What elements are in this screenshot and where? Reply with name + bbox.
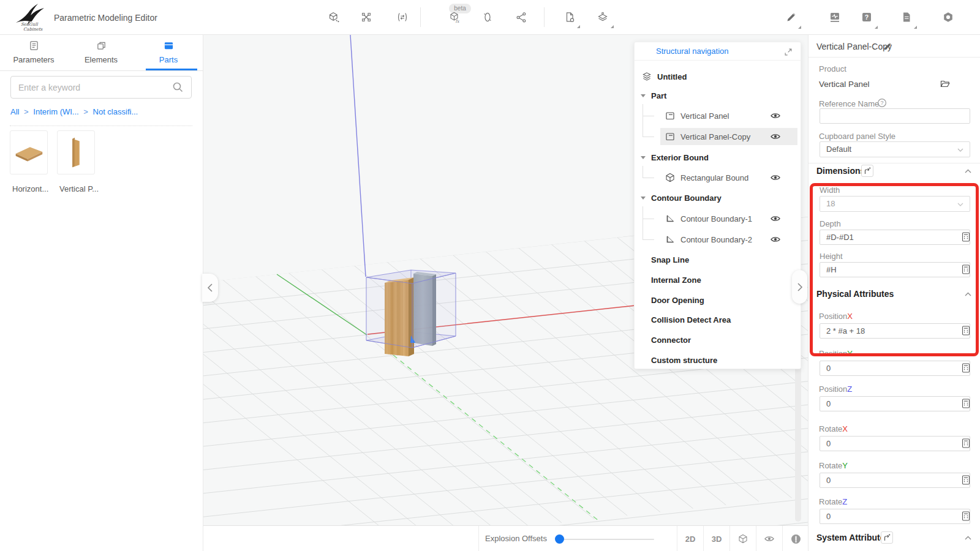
collapse-triangle-icon[interactable] [641,197,646,200]
dropdown-corner-icon[interactable] [577,25,580,28]
tree-item-contour-boundary-1[interactable]: Contour Boundary-1 [635,210,801,227]
view-3d-button[interactable]: 3D [704,526,729,551]
calculator-icon[interactable] [962,264,970,274]
viewport-bottom-bar: Explosion Offsets 2D 3D [203,525,808,551]
visibility-eye-icon[interactable] [771,173,780,182]
tree-item-vertical-panel[interactable]: Vertical Panel [635,107,801,124]
app-title: Parametric Modeling Editor [54,13,157,23]
visibility-eye-icon[interactable] [771,234,780,244]
breadcrumb-link[interactable]: All [10,107,19,116]
chevron-down-icon [957,203,963,206]
collapse-section-icon[interactable] [965,169,971,173]
position-z-input[interactable] [820,396,970,411]
dropdown-corner-icon[interactable] [611,25,614,28]
breadcrumb-link[interactable]: Not classifi... [93,107,138,116]
tree-leaf-connector[interactable]: Connector [635,331,801,348]
width-select[interactable]: 18 [820,196,970,212]
calculator-icon[interactable] [962,475,970,485]
collapse-triangle-icon[interactable] [641,94,646,97]
document-icon[interactable] [901,12,912,23]
nav-title-tab[interactable]: Structural navigation [656,47,729,56]
visibility-eye-icon[interactable] [771,132,780,141]
calculator-icon[interactable] [962,232,970,242]
formula-cube-icon[interactable]: fx [449,12,460,23]
calculator-icon[interactable] [962,511,970,521]
collapse-section-icon[interactable] [965,292,971,296]
sync-icon[interactable] [482,12,493,23]
edit-pencil-icon[interactable] [786,12,797,23]
isometric-view-button[interactable] [730,526,756,551]
explosion-slider-knob[interactable] [555,534,564,544]
tree-item-rectangular-bound[interactable]: Rectangular Bound [635,169,801,186]
part-thumbnail-horizontal[interactable] [10,130,48,174]
tree-root-untitled[interactable]: Untitled [635,68,801,85]
tab-elements[interactable]: Elements [74,40,129,64]
rotate-y-input[interactable] [820,473,970,488]
rotate-x-input[interactable] [820,436,970,451]
collapse-right-panel-handle[interactable] [792,270,807,304]
help-circle-icon[interactable] [877,98,887,108]
activity-monitor-icon[interactable] [829,12,840,23]
svg-text:fx: fx [456,19,460,23]
explosion-slider-track[interactable] [559,539,654,540]
product-label: Product [819,64,846,73]
left-sidebar: Parameters Elements Parts [0,35,203,551]
layers-icon [642,72,652,81]
settings-nut-icon[interactable] [943,12,954,23]
dropdown-corner-icon[interactable] [798,26,801,29]
mesh-icon[interactable] [361,12,372,23]
tree-group-exterior-bound[interactable]: Exterior Bound [635,149,801,166]
position-y-input[interactable] [820,361,970,376]
calculator-icon[interactable] [962,363,970,373]
tree-leaf-custom-structure[interactable]: Custom structure [635,351,801,369]
library-stack-icon[interactable] [597,12,608,23]
visibility-button[interactable] [756,526,782,551]
tree-item-contour-boundary-2[interactable]: Contour Boundary-2 [635,231,801,248]
height-input[interactable] [820,262,970,277]
tree-leaf-internal-zone[interactable]: Internal Zone [635,271,801,288]
help-icon[interactable]: ? [861,12,872,23]
collapse-section-icon[interactable] [965,536,971,540]
tree-group-contour-boundary[interactable]: Contour Boundary [635,189,801,206]
tree-group-part[interactable]: Part [635,87,801,104]
model-library-icon[interactable] [328,12,339,23]
tree-leaf-collision-detect-area[interactable]: Collision Detect Area [635,311,801,328]
tree-item-vertical-panel-copy[interactable]: Vertical Panel-Copy [635,128,801,145]
expand-panel-icon[interactable] [783,47,793,57]
calculator-icon[interactable] [962,438,970,448]
dropdown-corner-icon[interactable] [914,26,917,29]
reference-name-input[interactable] [820,108,970,124]
position-x-input[interactable] [820,323,970,339]
position-z-label: PositionZ [819,384,852,394]
rotate-z-input[interactable] [820,509,970,524]
properties-panel: Vertical Panel-Copy Product Vertical Pan… [808,35,980,551]
collapse-triangle-icon[interactable] [641,156,646,159]
visibility-eye-icon[interactable] [771,111,780,121]
export-document-icon[interactable] [564,12,575,23]
system-formula-link-icon[interactable] [881,531,893,544]
search-input[interactable] [17,77,170,98]
tree-leaf-snap-line[interactable]: Snap Line [635,251,801,268]
tree-leaf-door-opening[interactable]: Door Opening [635,291,801,309]
swap-icon[interactable] [397,12,408,23]
dimension-formula-link-icon[interactable] [861,165,873,177]
tree-label: Snap Line [651,255,689,264]
rename-pencil-icon[interactable] [883,42,892,51]
dropdown-corner-icon[interactable] [875,26,878,29]
tree-label: Vertical Panel [680,111,729,121]
view-2d-button[interactable]: 2D [677,526,703,551]
depth-input[interactable] [820,230,970,245]
cupboard-style-select[interactable]: Default [820,141,970,157]
share-icon[interactable] [516,12,527,23]
tab-parts[interactable]: Parts [141,40,196,64]
open-product-folder-icon[interactable] [940,78,951,89]
breadcrumb-link[interactable]: Interim (WI... [33,107,78,116]
calculator-icon[interactable] [962,326,970,335]
part-thumbnail-vertical[interactable] [57,130,95,174]
collapse-left-panel-handle[interactable] [202,274,218,302]
visibility-eye-icon[interactable] [771,214,780,223]
warnings-button[interactable] [783,526,809,551]
tab-parameters[interactable]: Parameters [6,40,61,64]
search-icon[interactable] [172,81,184,93]
calculator-icon[interactable] [962,399,970,408]
